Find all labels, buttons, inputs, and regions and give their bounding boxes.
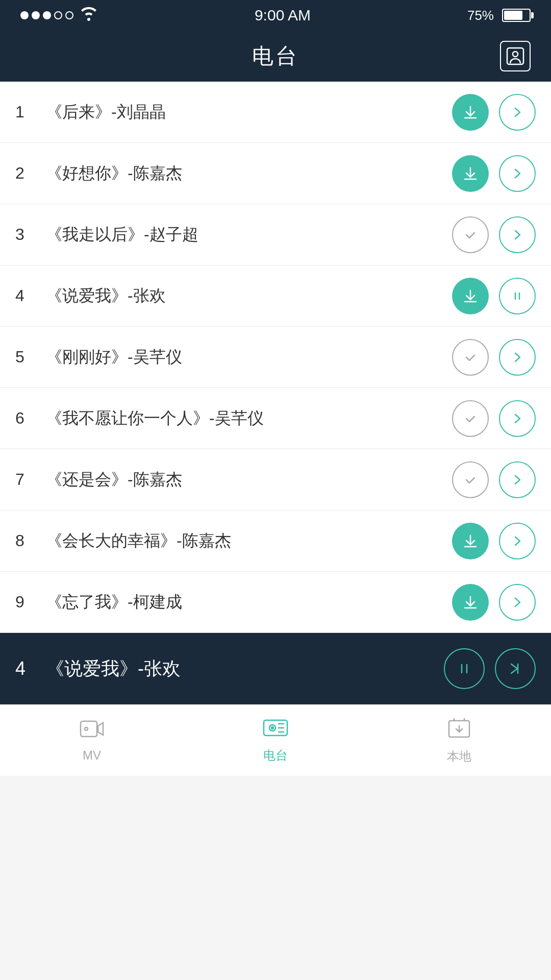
song-actions-9 <box>452 584 536 621</box>
radio-icon <box>262 718 289 743</box>
download-btn-9[interactable] <box>452 584 489 621</box>
battery-fill <box>504 11 522 20</box>
song-item-9: 9 《忘了我》-柯建成 <box>0 572 551 633</box>
song-title-7: 《还是会》-陈嘉杰 <box>46 469 452 491</box>
song-number-2: 2 <box>15 164 46 183</box>
status-left <box>20 7 98 24</box>
signal-dots <box>20 11 73 19</box>
song-title-9: 《忘了我》-柯建成 <box>46 591 452 614</box>
song-list: 1 《后来》-刘晶晶 2 《好想你》-陈嘉杰 3 《我走以后》-赵子超 <box>0 82 551 633</box>
song-actions-2 <box>452 155 536 192</box>
nav-item-radio[interactable]: 电台 <box>184 718 367 764</box>
battery-percent: 75% <box>467 8 494 23</box>
download-btn-2[interactable] <box>452 155 489 192</box>
nav-item-mv[interactable]: MV <box>0 719 184 763</box>
song-item-3: 3 《我走以后》-赵子超 <box>0 204 551 265</box>
song-title-1: 《后来》-刘晶晶 <box>46 101 452 124</box>
signal-dot-2 <box>32 11 40 19</box>
song-item-8: 8 《会长大的幸福》-陈嘉杰 <box>0 510 551 572</box>
check-btn-3[interactable] <box>452 216 489 253</box>
song-number-4: 4 <box>15 286 46 305</box>
song-number-3: 3 <box>15 225 46 244</box>
signal-dot-4 <box>54 11 62 19</box>
song-actions-3 <box>452 216 536 253</box>
song-title-2: 《好想你》-陈嘉杰 <box>46 162 452 185</box>
song-item-7: 7 《还是会》-陈嘉杰 <box>0 449 551 510</box>
now-playing-actions <box>444 648 536 689</box>
status-right: 75% <box>467 8 531 23</box>
bottom-nav: MV 电台 本地 <box>0 704 551 776</box>
nav-btn-6[interactable] <box>499 400 536 437</box>
song-item-5: 5 《刚刚好》-吴芊仪 <box>0 327 551 388</box>
song-number-5: 5 <box>15 348 46 366</box>
song-actions-1 <box>452 94 536 131</box>
svg-point-3 <box>85 727 88 730</box>
page-title: 电台 <box>252 42 299 70</box>
song-item-6: 6 《我不愿让你一个人》-吴芊仪 <box>0 388 551 449</box>
status-time: 9:00 AM <box>255 7 311 24</box>
svg-point-1 <box>513 52 518 57</box>
download-btn-1[interactable] <box>452 94 489 131</box>
song-number-9: 9 <box>15 593 46 611</box>
nav-btn-7[interactable] <box>499 461 536 498</box>
mv-icon <box>79 719 105 744</box>
signal-dot-1 <box>20 11 29 19</box>
song-number-6: 6 <box>15 409 46 428</box>
song-title-5: 《刚刚好》-吴芊仪 <box>46 346 452 369</box>
song-number-1: 1 <box>15 103 46 121</box>
wifi-icon <box>80 7 98 24</box>
battery-icon <box>502 9 531 22</box>
signal-dot-5 <box>65 11 73 19</box>
song-actions-7 <box>452 461 536 498</box>
svg-rect-2 <box>81 721 97 737</box>
check-btn-5[interactable] <box>452 339 489 376</box>
song-actions-6 <box>452 400 536 437</box>
nav-btn-2[interactable] <box>499 155 536 192</box>
song-title-8: 《会长大的幸福》-陈嘉杰 <box>46 530 452 552</box>
radio-label: 电台 <box>263 747 288 764</box>
signal-dot-3 <box>43 11 51 19</box>
local-label: 本地 <box>447 748 471 765</box>
download-btn-8[interactable] <box>452 523 489 559</box>
header: 电台 <box>0 31 551 82</box>
song-title-3: 《我走以后》-赵子超 <box>46 224 452 246</box>
now-playing-next-btn[interactable] <box>495 648 536 689</box>
svg-point-6 <box>271 727 273 729</box>
song-number-7: 7 <box>15 470 46 489</box>
nav-btn-8[interactable] <box>499 523 536 559</box>
status-bar: 9:00 AM 75% <box>0 0 551 31</box>
song-number-8: 8 <box>15 531 46 550</box>
check-btn-7[interactable] <box>452 461 489 498</box>
now-playing-title: 《说爱我》-张欢 <box>46 656 444 681</box>
now-playing-pause-btn[interactable] <box>444 648 485 689</box>
nav-btn-3[interactable] <box>499 216 536 253</box>
check-btn-6[interactable] <box>452 400 489 437</box>
song-item-2: 2 《好想你》-陈嘉杰 <box>0 143 551 204</box>
nav-btn-5[interactable] <box>499 339 536 376</box>
now-playing-bar: 4 《说爱我》-张欢 <box>0 633 551 704</box>
profile-icon[interactable] <box>500 41 531 71</box>
local-icon <box>447 717 471 744</box>
download-btn-4[interactable] <box>452 278 489 314</box>
now-playing-number: 4 <box>15 658 46 679</box>
mv-label: MV <box>83 748 101 763</box>
nav-btn-9[interactable] <box>499 584 536 621</box>
song-title-4: 《说爱我》-张欢 <box>46 285 452 307</box>
song-title-6: 《我不愿让你一个人》-吴芊仪 <box>46 407 452 430</box>
pause-btn-4[interactable] <box>499 278 536 314</box>
nav-btn-1[interactable] <box>499 94 536 131</box>
song-actions-5 <box>452 339 536 376</box>
nav-item-local[interactable]: 本地 <box>367 717 551 765</box>
song-actions-4 <box>452 278 536 314</box>
song-item-4: 4 《说爱我》-张欢 <box>0 265 551 327</box>
song-item-1: 1 《后来》-刘晶晶 <box>0 82 551 143</box>
song-actions-8 <box>452 523 536 559</box>
